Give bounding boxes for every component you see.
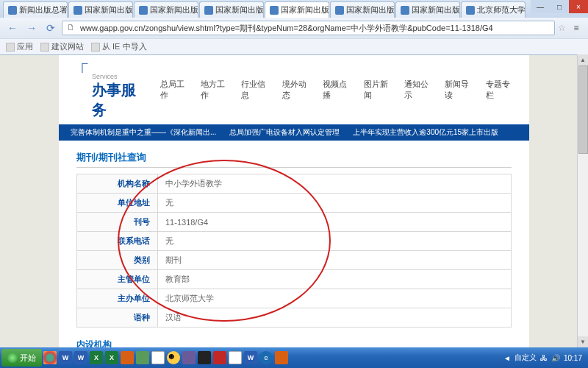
nav-link[interactable]: 通知公示 bbox=[404, 79, 436, 101]
field-label: 主管单位 bbox=[77, 270, 158, 289]
taskbar-app-excel[interactable]: X bbox=[104, 350, 119, 366]
bookmark-star-icon[interactable]: ☆ bbox=[558, 23, 566, 33]
close-button[interactable]: × bbox=[569, 0, 588, 13]
chrome-menu-button[interactable]: ≡ bbox=[569, 21, 584, 35]
apps-shortcut[interactable]: 应用 bbox=[6, 41, 33, 52]
browser-tab[interactable]: 国家新闻出版× bbox=[395, 1, 460, 18]
browser-tab[interactable]: 北京师范大学× bbox=[461, 1, 526, 18]
tab-label: 新闻出版总署 bbox=[19, 4, 68, 15]
taskbar-app[interactable] bbox=[151, 350, 165, 366]
nav-link[interactable]: 专题专栏 bbox=[486, 79, 517, 101]
tab-label: 国家新闻出版 bbox=[215, 4, 264, 15]
ticker-item[interactable]: 总局加强广电设备材入网认定管理 bbox=[229, 127, 340, 138]
nav-link[interactable]: 地方工作 bbox=[201, 79, 232, 101]
network-icon[interactable]: 🖧 bbox=[540, 354, 548, 362]
service-subtitle: Services bbox=[92, 73, 150, 80]
taskbar-app[interactable] bbox=[212, 350, 227, 366]
field-label: 联系电话 bbox=[77, 232, 158, 251]
nav-link[interactable]: 视频点播 bbox=[323, 79, 354, 101]
field-value: 中小学外语教学 bbox=[158, 174, 512, 194]
start-label: 开始 bbox=[20, 353, 36, 364]
scrollbar[interactable]: ▲ ▼ bbox=[577, 54, 588, 347]
taskbar-app-cmd[interactable] bbox=[197, 350, 212, 366]
field-value: 汉语 bbox=[158, 308, 512, 328]
tab-label: 国家新闻出版 bbox=[281, 4, 329, 15]
nav-link[interactable]: 行业信息 bbox=[241, 79, 273, 101]
news-ticker-bar: 完善体制机制是重中之重——《深化新闻出... 总局加强广电设备材入网认定管理 上… bbox=[59, 124, 529, 141]
taskbar-app-skype[interactable]: ☻ bbox=[166, 350, 181, 366]
address-bar[interactable]: 🗋 www.gapp.gov.cn/zongshu/view.shtml?typ… bbox=[62, 21, 555, 35]
nav-link[interactable]: 新闻导读 bbox=[445, 79, 476, 101]
taskbar-app[interactable] bbox=[274, 350, 289, 366]
table-row: 主办单位北京师范大学 bbox=[77, 289, 512, 308]
browser-tab-active[interactable]: 国家新闻出版× bbox=[265, 1, 329, 18]
field-label: 主办单位 bbox=[77, 289, 158, 308]
tray-label[interactable]: 自定义 bbox=[514, 353, 537, 363]
info-table: 机构名称中小学外语教学 单位地址无 刊号11-1318/G4 联系电话无 类别期… bbox=[76, 174, 512, 328]
taskbar-app-word[interactable]: W bbox=[243, 350, 258, 366]
browser-tab[interactable]: 国家新闻出版× bbox=[68, 1, 133, 18]
scroll-down-button[interactable]: ▼ bbox=[578, 336, 588, 347]
scroll-thumb[interactable] bbox=[578, 66, 588, 154]
ticker-item[interactable]: 完善体制机制是重中之重——《深化新闻出... bbox=[71, 127, 216, 138]
panel-title: 期刊/期刊社查询 bbox=[76, 148, 512, 168]
taskbar-app-word[interactable]: W bbox=[74, 350, 88, 366]
table-row: 单位地址无 bbox=[77, 194, 512, 213]
browser-tab[interactable]: 国家新闻出版× bbox=[330, 1, 395, 18]
ticker-item[interactable]: 上半年实现主营收入逾300亿元15家上市出版 bbox=[353, 127, 498, 138]
tab-label: 国家新闻出版 bbox=[346, 4, 395, 15]
nav-link[interactable]: 总局工作 bbox=[160, 79, 192, 101]
bookmark-item[interactable]: 从 IE 中导入 bbox=[91, 41, 147, 52]
nav-link[interactable]: 图片新闻 bbox=[364, 79, 395, 101]
bookmark-label: 从 IE 中导入 bbox=[102, 41, 147, 52]
favicon bbox=[335, 6, 344, 15]
page-icon: 🗋 bbox=[67, 23, 77, 33]
apps-label: 应用 bbox=[17, 41, 33, 52]
maximize-button[interactable]: □ bbox=[550, 0, 569, 13]
forward-button[interactable]: → bbox=[24, 21, 40, 35]
field-value: 期刊 bbox=[158, 251, 512, 270]
favicon bbox=[8, 6, 17, 15]
taskbar-app-chrome[interactable] bbox=[43, 350, 57, 366]
minimize-button[interactable]: — bbox=[531, 0, 550, 13]
favicon bbox=[74, 6, 82, 15]
system-tray: ◄ 自定义 🖧 🔊 10:17 bbox=[499, 353, 587, 363]
taskbar-app-browser[interactable]: e bbox=[259, 350, 273, 366]
taskbar-app-excel[interactable]: X bbox=[89, 350, 104, 366]
start-button[interactable]: 开始 bbox=[1, 349, 42, 367]
windows-logo-icon bbox=[7, 353, 18, 363]
taskbar: 开始 W W X X ☻ W e ◄ 自定义 🖧 🔊 10:17 bbox=[0, 347, 588, 368]
browser-tab[interactable]: 国家新闻出版× bbox=[199, 1, 264, 18]
browser-tab[interactable]: 国家新闻出版× bbox=[134, 1, 198, 18]
taskbar-app-player[interactable] bbox=[120, 350, 135, 366]
tabs-row: 新闻出版总署× 国家新闻出版× 国家新闻出版× 国家新闻出版× 国家新闻出版× … bbox=[0, 0, 588, 18]
table-row: 刊号11-1318/G4 bbox=[77, 213, 512, 232]
tray-expand-icon[interactable]: ◄ bbox=[503, 354, 511, 362]
volume-icon[interactable]: 🔊 bbox=[551, 354, 560, 362]
table-row: 类别期刊 bbox=[77, 251, 512, 270]
back-button[interactable]: ← bbox=[4, 21, 21, 35]
favicon bbox=[270, 6, 279, 15]
bookmark-item[interactable]: 建议网站 bbox=[40, 41, 84, 52]
field-label: 类别 bbox=[77, 251, 158, 270]
bookmarks-bar: 应用 建议网站 从 IE 中导入 bbox=[0, 38, 588, 54]
field-value: 无 bbox=[158, 232, 512, 251]
scroll-up-button[interactable]: ▲ bbox=[578, 54, 588, 66]
taskbar-app[interactable] bbox=[182, 350, 196, 366]
taskbar-app[interactable] bbox=[135, 350, 150, 366]
nav-link[interactable]: 境外动态 bbox=[282, 79, 314, 101]
browser-chrome: 新闻出版总署× 国家新闻出版× 国家新闻出版× 国家新闻出版× 国家新闻出版× … bbox=[0, 0, 588, 55]
clock[interactable]: 10:17 bbox=[564, 354, 582, 362]
taskbar-app-word[interactable]: W bbox=[58, 350, 73, 366]
favicon bbox=[139, 6, 148, 15]
service-header: 「 Services 办事服务 总局工作 地方工作 行业信息 境外动态 视频点播… bbox=[59, 55, 529, 124]
reload-button[interactable]: ⟳ bbox=[43, 21, 59, 35]
taskbar-app[interactable] bbox=[228, 350, 243, 366]
favicon bbox=[204, 6, 213, 15]
tab-label: 国家新闻出版 bbox=[85, 4, 133, 15]
browser-tab[interactable]: 新闻出版总署× bbox=[3, 1, 68, 18]
field-value: 教育部 bbox=[158, 270, 512, 289]
tab-label: 国家新闻出版 bbox=[150, 4, 198, 15]
field-label: 刊号 bbox=[77, 213, 158, 232]
address-row: ← → ⟳ 🗋 www.gapp.gov.cn/zongshu/view.sht… bbox=[0, 18, 588, 38]
